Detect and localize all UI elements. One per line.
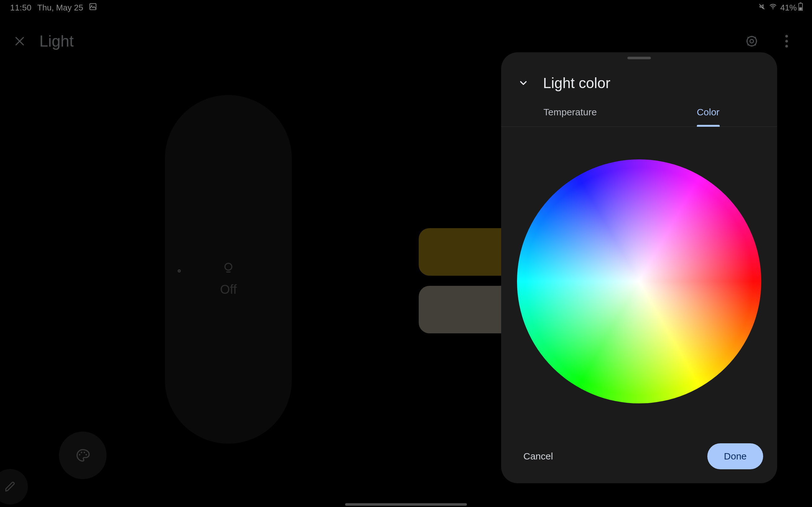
tab-bar: Temperature Color	[501, 99, 777, 127]
color-wheel[interactable]	[517, 159, 761, 403]
tab-temperature[interactable]: Temperature	[501, 99, 639, 126]
tab-color[interactable]: Color	[639, 99, 777, 126]
nav-handle[interactable]	[345, 503, 467, 506]
drag-handle[interactable]	[627, 57, 651, 59]
done-button[interactable]: Done	[707, 443, 763, 469]
modal-title: Light color	[543, 74, 610, 92]
collapse-button[interactable]	[516, 76, 530, 90]
cancel-button[interactable]: Cancel	[520, 445, 556, 467]
light-color-modal: Light color Temperature Color Cancel Don…	[501, 52, 777, 483]
